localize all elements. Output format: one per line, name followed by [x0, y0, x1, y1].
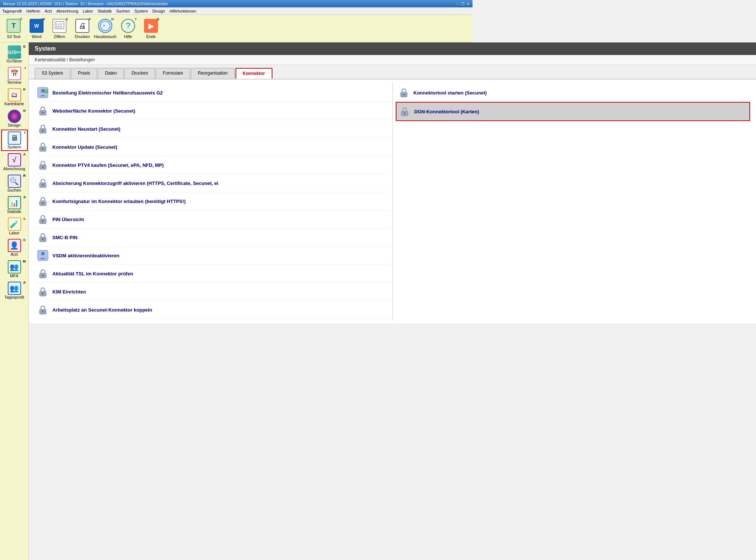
mfa-shortcut: M [23, 260, 26, 263]
termine-icon: 📅 [8, 67, 21, 80]
konnektortool-icon [398, 87, 410, 99]
menu-item-absicherung[interactable]: Absicherung Konnektorzugriff aktivieren … [35, 174, 389, 192]
sidebar-item-arzt[interactable]: C 👤 Arzt [1, 237, 28, 258]
menu-tagesprofil[interactable]: Tagesprofil [2, 9, 22, 13]
menu-item-aktualitat[interactable]: Aktualität TSL im Konnektor prüfen [35, 265, 389, 280]
menu-item-konnektortool[interactable]: Konnektortool starten (Secunet) [396, 84, 472, 102]
tab-drucken[interactable]: Drucken [124, 68, 155, 79]
menu-item-pin-uebersicht[interactable]: PIN Übersicht [35, 210, 389, 229]
menu-suchen[interactable]: Suchen [116, 9, 130, 13]
bestellung-icon: + [37, 87, 49, 99]
menu-item-update[interactable]: Konnektor Update (Secunet) [35, 138, 389, 156]
menu-item-ptv4[interactable]: Konnektor PTV4 kaufen (Secunet, ePA, NFD… [35, 156, 389, 174]
menu-statistik[interactable]: Statistik [97, 9, 112, 13]
tab-konnektor[interactable]: Konnektor [236, 68, 272, 79]
minimize-button[interactable]: ─ [456, 2, 459, 6]
right-column: Konnektortool starten (Secunet) DGN-Konn… [392, 82, 472, 280]
suchen-icon: 🔍 [8, 175, 21, 188]
design-label: Design [8, 123, 20, 127]
toolbar: T T S3 Text W W Word 1 2 3 4 5 6 Z Ziffe… [0, 15, 472, 42]
word-icon-container: W W [29, 18, 44, 34]
abrechnung-icon: √ [8, 153, 21, 166]
karteikarte-label: Karteikarte [4, 102, 24, 106]
svg-point-18 [42, 184, 44, 186]
close-button[interactable]: ✕ [467, 2, 470, 6]
svg-point-10 [42, 112, 44, 114]
left-column: + Bestellung Elektronischer Heilberufsau… [32, 82, 392, 280]
tab-praxis[interactable]: Praxis [71, 68, 97, 79]
menu-helferin[interactable]: Helferin [26, 9, 40, 13]
toolbar-s3text[interactable]: T T S3 Text [3, 17, 24, 39]
menu-item-vsdm[interactable]: VSDM aktivieren/deaktivieren [35, 247, 389, 265]
ende-shortcut: E [157, 17, 159, 21]
menu-item-dgn[interactable]: DGN-Konnektortool (Karten) [396, 102, 472, 121]
smcb-icon [37, 231, 49, 243]
page-title-bar: System [29, 42, 472, 55]
arzt-shortcut: C [23, 238, 26, 242]
main-content: System Kartenaktualität / Bestellungen S… [29, 42, 472, 280]
window-controls[interactable]: ─ ❐ ✕ [456, 2, 470, 6]
toolbar-drucken[interactable]: 🖨 F Drucken [72, 17, 93, 39]
menu-arzt[interactable]: Arzt [45, 9, 52, 13]
sidebar-item-gusbox[interactable]: G GUSbox GUSbox [1, 44, 28, 65]
menu-item-webob[interactable]: Weboberfläche Konnektor (Secunet) [35, 102, 389, 120]
menu-system[interactable]: System [134, 9, 148, 13]
tab-daten[interactable]: Daten [98, 68, 124, 79]
breadcrumb: Kartenaktualität / Bestellungen [29, 55, 472, 65]
menu-labor[interactable]: Labor [83, 9, 93, 13]
tab-formulare[interactable]: Formulare [156, 68, 190, 79]
mfa-icon: 👥 [8, 260, 21, 274]
hausbesuch-icon-container: + H [97, 18, 113, 34]
sidebar-item-labor[interactable]: L 🧪 Labor [1, 216, 28, 237]
hilfe-label: Hilfe [124, 34, 132, 39]
menu-bar: Tagesprofil Helferin Arzt Abrechnung Lab… [0, 7, 472, 15]
menu-hilfefunktionen[interactable]: Hilfefunktionen [169, 9, 196, 13]
design-icon [8, 110, 21, 123]
svg-text:1 2 3: 1 2 3 [56, 23, 62, 25]
sidebar-item-karteikarte[interactable]: K 🗂 Karteikarte [1, 87, 28, 107]
design-shortcut: D [23, 109, 26, 113]
menu-grid: + Bestellung Elektronischer Heilberufsau… [32, 82, 472, 280]
word-shortcut: W [42, 17, 45, 21]
hausbesuch-icon: + [98, 19, 112, 33]
dgn-icon [399, 106, 410, 117]
sidebar-item-abrechnung[interactable]: A √ Abrechnung [1, 152, 28, 172]
neustart-text: Konnektor Neustart (Secunet) [52, 126, 120, 132]
tab-reorganisation[interactable]: Reorganisation [191, 68, 235, 79]
sidebar-item-design[interactable]: D Design [1, 108, 28, 129]
sidebar-item-termine[interactable]: I 📅 Termine [1, 65, 28, 86]
termine-label: Termine [7, 80, 21, 85]
sidebar-item-mfa[interactable]: M 👥 MFA [1, 259, 28, 279]
karteikarte-icon: 🗂 [8, 88, 21, 102]
smcb-text: SMC-B PIN [52, 235, 78, 240]
svg-point-12 [42, 130, 44, 132]
svg-point-16 [42, 166, 44, 168]
toolbar-ende[interactable]: ▶ E Ende [140, 17, 162, 39]
ptv4-text: Konnektor PTV4 kaufen (Secunet, ePA, NFD… [52, 162, 164, 168]
word-icon: W [30, 19, 44, 33]
drucken-label: Drucken [75, 34, 90, 39]
menu-design[interactable]: Design [152, 9, 165, 13]
tab-s3system[interactable]: S3 System [35, 68, 70, 79]
karteikarte-shortcut: K [23, 87, 26, 91]
title-bar: Menue 22.03.2023 | KDNR: 151t | Station:… [0, 0, 472, 7]
sidebar-item-system[interactable]: I 🖥 System [1, 130, 28, 151]
svg-point-22 [42, 220, 44, 222]
menu-item-smcb[interactable]: SMC-B PIN [35, 229, 389, 247]
statistik-icon: 📊 [8, 196, 21, 209]
menu-item-bestellung[interactable]: + Bestellung Elektronischer Heilberufsau… [35, 84, 389, 102]
drucken-icon-container: 🖨 F [75, 18, 90, 34]
restore-button[interactable]: ❐ [461, 2, 464, 6]
toolbar-ziffern[interactable]: 1 2 3 4 5 6 Z Ziffern [49, 17, 70, 39]
aktualitat-text: Aktualität TSL im Konnektor prüfen [52, 271, 133, 276]
sidebar-item-statistik[interactable]: S 📊 Statistik [1, 195, 28, 215]
menu-item-neustart[interactable]: Konnektor Neustart (Secunet) [35, 120, 389, 138]
menu-abrechnung[interactable]: Abrechnung [56, 9, 78, 13]
toolbar-word[interactable]: W W Word [26, 17, 47, 39]
drucken-icon: 🖨 [75, 19, 89, 33]
toolbar-hilfe[interactable]: ? ? Hilfe [117, 17, 139, 39]
sidebar-item-suchen[interactable]: R 🔍 Suchen [1, 173, 28, 194]
toolbar-hausbesuch[interactable]: + H Hausbesuch [94, 17, 116, 39]
menu-item-komfort[interactable]: Komfortsignatur im Konnektor erlauben (b… [35, 192, 389, 210]
gusbox-label: GUSbox [7, 59, 22, 63]
